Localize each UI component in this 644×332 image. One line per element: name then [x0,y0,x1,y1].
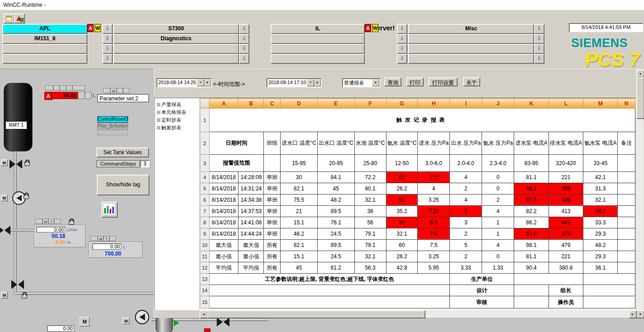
cell-r10-c10[interactable]: 98.1 [514,240,549,251]
tank-level-value[interactable]: 78.02 [52,92,78,99]
cell-r10-c1[interactable]: 最大值 [239,240,264,251]
cell-r11-c12[interactable]: 29.3 [583,251,618,262]
scroll-left-button[interactable]: ◄ [200,310,208,318]
cell-r11-c4[interactable]: 24.5 [317,251,354,262]
cell-r6-c13[interactable] [618,194,635,206]
cell-r10-c4[interactable]: 89.5 [317,240,354,251]
cell-r12-c4[interactable]: 61.2 [317,262,354,274]
spinner-icon[interactable]: ▼ [197,79,204,86]
nav-button-apl[interactable]: APL [2,24,87,34]
nav-drop-arrow-icon[interactable]: ⇩ [102,44,113,54]
cell-r2-c7[interactable]: 出水 压力Pa [450,132,482,155]
cell-r7-c13[interactable] [618,206,635,217]
dropdown-arrow-icon[interactable]: ▼ [204,79,211,86]
cell-r8-c10[interactable]: 86.2 [514,217,549,228]
cell-r8-c12[interactable]: 33.3 [583,217,618,228]
cell-r4-c2[interactable]: 早班 [264,172,281,183]
column-header-N[interactable]: N [618,99,635,109]
level-meter[interactable]: 0.00 L 700.00 [88,242,143,258]
horizontal-scrollbar[interactable]: ◄ ► [200,310,636,318]
cell-r1-c0[interactable]: 触发记录报表 [209,109,635,132]
column-header-B[interactable]: B [239,99,264,109]
row-header-12[interactable]: 12 [200,262,210,274]
cell-r3-c8[interactable]: 2.3-4.0 [482,155,514,172]
cell-r3-c6[interactable]: 3.0-6.0 [418,155,450,172]
cell-r9-c8[interactable]: 2 [450,228,482,240]
cell-r4-c10[interactable]: 81.1 [514,172,549,183]
cell-r12-c8[interactable]: 3.33 [450,262,482,274]
row-header-1[interactable]: 1 [200,109,210,132]
cell-r5-c13[interactable] [618,183,635,194]
cell-r5-c11[interactable]: 289 [549,183,583,194]
motor-box[interactable]: M [1,194,8,201]
bottom-meter-value[interactable]: 0.00 [47,325,74,332]
cell-r5-c0[interactable]: 8/14/2018 [209,183,239,194]
cell-r2-c10[interactable]: 排水泵 电流A [549,132,583,155]
cell-r15-c1[interactable]: 审核 [450,296,514,308]
nav-button-empty[interactable] [271,34,365,44]
nav-button-empty[interactable] [113,54,239,64]
nav-drop-arrow-icon[interactable]: ⇩ [397,24,407,34]
valve-icon[interactable] [216,317,230,327]
nav-drop-arrow-icon[interactable]: ⇩ [397,34,407,44]
cell-r9-c0[interactable]: 8/14/2018 [209,228,239,240]
cell-r12-c5[interactable]: 56.3 [354,262,386,274]
cell-r6-c3[interactable]: 75.5 [281,194,318,206]
row-header-4[interactable]: 4 [200,172,210,183]
cell-r12-c9[interactable]: 1.33 [482,262,514,274]
cell-r9-c11[interactable]: 479 [549,228,583,240]
nav-button-empty[interactable] [408,44,534,54]
cell-r7-c6[interactable]: 35.2 [386,206,418,217]
cell-r8-c2[interactable]: 早班 [264,217,281,228]
cell-r11-c1[interactable]: 最小值 [239,251,264,262]
cell-r6-c1[interactable]: 14:34:38 [239,194,264,206]
nav-drop-arrow-icon[interactable]: ⇩ [102,54,113,64]
trend-chart-button[interactable] [101,202,118,218]
column-header-G[interactable]: G [386,99,418,109]
dropdown-arrow-icon[interactable]: ▼ [314,79,321,86]
control-room-button[interactable]: ControlRoomOS [97,116,128,123]
cell-r10-c5[interactable]: 79.1 [354,240,386,251]
cell-r3-c1[interactable] [264,155,281,172]
cell-r6-c12[interactable]: 32.1 [583,194,618,206]
cell-r4-c7[interactable]: 7.2 [418,172,450,183]
column-header-L[interactable]: L [549,99,583,109]
column-header-I[interactable]: I [450,99,482,109]
cell-r11-c13[interactable] [618,251,635,262]
cell-r8-c5[interactable]: 56 [354,217,386,228]
cell-r8-c11[interactable]: 447 [549,217,583,228]
nav-drop-arrow-icon[interactable]: ⇩ [534,44,544,54]
motor-box[interactable]: M [123,318,129,324]
cell-r8-c4[interactable]: 76.1 [317,217,354,228]
cell-r13-c2[interactable] [514,274,583,285]
cell-r4-c11[interactable]: 221 [549,172,583,183]
column-header-D[interactable]: D [281,99,318,109]
tree-expand-icon[interactable]: ⊞ [157,125,160,130]
cell-r9-c7[interactable]: 7.5 [418,228,450,240]
print-setup-button[interactable]: 打印设置 [429,77,458,86]
cell-r4-c1[interactable]: 14:28:09 [239,172,264,183]
cell-r5-c2[interactable]: 早班 [264,183,281,194]
cell-r10-c3[interactable]: 82.1 [281,240,318,251]
tree-expand-icon[interactable]: ⊞ [157,110,160,115]
row-header-14[interactable]: 14 [200,285,210,296]
alarm-list-icon-button[interactable] [14,14,25,24]
tree-item-0[interactable]: ⊞产量报表 [155,101,199,109]
cell-r2-c5[interactable]: 氨水 温度°C [386,132,418,155]
cell-r2-c12[interactable]: 备注 [618,132,635,155]
cell-r6-c2[interactable]: 早班 [264,194,281,206]
plan-befuellung-button[interactable]: Plan_Befuellung [97,123,128,129]
spinner-icon[interactable]: ▼ [307,79,314,86]
cell-r2-c6[interactable]: 进水 压力Pa [418,132,450,155]
cell-r4-c8[interactable]: 4 [450,172,482,183]
cell-r8-c6[interactable]: 60 [386,217,418,228]
row-header-15[interactable]: 15 [200,296,210,308]
row-header-7[interactable]: 7 [200,206,210,217]
nav-drop-arrow-icon[interactable]: ⇩ [239,24,249,34]
cell-r2-c8[interactable]: 氨水 压力Pa [482,132,514,155]
cell-r12-c11[interactable]: 380.8 [549,262,583,274]
row-header-8[interactable]: 8 [200,217,210,228]
print-button[interactable]: 打印 [406,77,424,86]
cell-r13-c1[interactable]: 生产单位 [450,274,514,285]
flow-setpoint[interactable]: 50.18 [36,233,65,239]
